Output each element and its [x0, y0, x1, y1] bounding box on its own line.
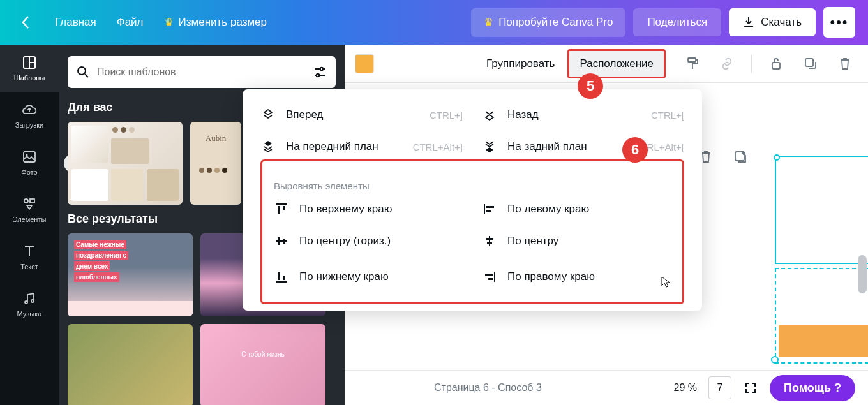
- help-button[interactable]: Помощь ?: [770, 375, 855, 401]
- trash-icon[interactable]: [832, 51, 858, 77]
- menu-to-back[interactable]: На задний план CTRL+Alt+[: [482, 136, 684, 157]
- scrollbar[interactable]: [858, 255, 867, 293]
- svg-rect-6: [30, 199, 34, 203]
- menu-back[interactable]: Назад CTRL+[: [482, 105, 684, 125]
- share-button[interactable]: Поделиться: [633, 8, 721, 36]
- shapes-icon: [22, 196, 37, 212]
- svg-point-9: [78, 67, 86, 75]
- svg-line-10: [85, 74, 88, 77]
- resize-label: Изменить размер: [179, 16, 267, 29]
- svg-rect-3: [24, 152, 35, 162]
- position-menu: Вперед CTRL+] Назад CTRL+[ На передний п…: [243, 89, 702, 311]
- svg-rect-26: [278, 237, 280, 245]
- forward-icon: [260, 107, 276, 122]
- menu-forward[interactable]: Вперед CTRL+]: [260, 105, 463, 125]
- sidebar-item-photos[interactable]: Фото: [0, 139, 59, 186]
- paint-roller-icon[interactable]: [680, 51, 705, 77]
- menu-align-left[interactable]: По левому краю: [482, 199, 671, 219]
- svg-rect-32: [278, 272, 280, 280]
- template-card[interactable]: [68, 324, 193, 405]
- page-number-button[interactable]: 7: [708, 376, 731, 399]
- menu-align-right[interactable]: По правому краю: [482, 263, 671, 291]
- svg-rect-17: [805, 59, 813, 66]
- sidebar-item-elements[interactable]: Элементы: [0, 186, 59, 233]
- to-front-icon: [260, 139, 276, 154]
- more-button[interactable]: •••: [823, 7, 855, 38]
- menu-align-center[interactable]: По центру: [482, 231, 671, 251]
- zoom-level[interactable]: 29 %: [674, 382, 697, 394]
- expand-icon: [745, 382, 756, 394]
- align-right-icon: [482, 269, 497, 284]
- sidebar-item-templates[interactable]: Шаблоны: [0, 45, 59, 92]
- home-link[interactable]: Главная: [45, 16, 107, 29]
- menu-align-center-h[interactable]: По центру (гориз.): [274, 231, 463, 251]
- svg-rect-27: [283, 239, 285, 244]
- sidebar-item-music[interactable]: Музыка: [0, 281, 59, 328]
- file-menu[interactable]: Файл: [107, 16, 154, 29]
- svg-point-14: [317, 74, 319, 77]
- search-icon: [77, 66, 89, 78]
- align-top-icon: [274, 202, 289, 217]
- svg-rect-29: [486, 238, 493, 240]
- duplicate-icon[interactable]: [798, 51, 823, 77]
- back-button[interactable]: [13, 10, 38, 35]
- crown-icon: ♛: [164, 16, 174, 29]
- page-add-icon[interactable]: [728, 144, 753, 170]
- selection-handle[interactable]: [774, 154, 780, 161]
- fullscreen-button[interactable]: [739, 376, 762, 399]
- svg-rect-35: [485, 274, 493, 276]
- align-left-icon: [482, 202, 497, 217]
- resize-button[interactable]: ♛ Изменить размер: [154, 16, 278, 29]
- page-label: Страница 6 - Способ 3: [434, 382, 666, 394]
- photo-icon: [22, 149, 37, 165]
- filter-icon[interactable]: [313, 65, 327, 79]
- position-button[interactable]: Расположение: [567, 49, 666, 78]
- svg-rect-33: [283, 276, 285, 280]
- svg-rect-20: [278, 206, 280, 214]
- group-button[interactable]: Группировать: [483, 57, 558, 70]
- template-card[interactable]: [68, 122, 183, 205]
- svg-rect-30: [487, 242, 492, 244]
- cursor-icon: [661, 276, 671, 288]
- svg-point-4: [26, 154, 28, 156]
- sidebar-item-label: Музыка: [17, 310, 42, 318]
- cloud-upload-icon: [22, 102, 37, 117]
- svg-point-5: [24, 199, 28, 203]
- chevron-left-icon: [21, 15, 30, 29]
- badge-5: 5: [578, 73, 603, 99]
- selection-handle[interactable]: [771, 356, 779, 364]
- templates-icon: [22, 55, 37, 70]
- template-card[interactable]: Aubin: [190, 122, 241, 205]
- template-card[interactable]: С тобой жизнь: [200, 324, 326, 405]
- svg-point-12: [320, 68, 323, 70]
- align-section-title: Выровнять элементы: [274, 180, 671, 191]
- dots-icon: •••: [830, 14, 848, 31]
- search-bar[interactable]: [68, 56, 336, 88]
- sidebar-item-text[interactable]: Текст: [0, 233, 59, 281]
- svg-rect-16: [772, 63, 780, 69]
- template-card[interactable]: Самые нежные поздравления с днем всех вл…: [68, 233, 193, 316]
- align-center-icon: [482, 233, 497, 249]
- try-pro-button[interactable]: ♛ Попробуйте Canva Pro: [471, 8, 625, 37]
- lock-icon[interactable]: [763, 51, 789, 77]
- menu-align-bottom[interactable]: По нижнему краю: [274, 263, 463, 291]
- svg-rect-23: [486, 206, 494, 208]
- crown-icon: ♛: [484, 16, 493, 29]
- color-swatch[interactable]: [355, 54, 374, 73]
- download-button[interactable]: Скачать: [729, 8, 816, 36]
- menu-to-front[interactable]: На передний план CTRL+Alt+]: [260, 136, 463, 157]
- to-back-icon: [482, 139, 497, 154]
- link-icon[interactable]: [714, 51, 740, 77]
- svg-point-7: [25, 301, 27, 304]
- sidebar-item-label: Текст: [20, 263, 38, 270]
- sidebar-item-label: Шаблоны: [14, 74, 45, 82]
- sidebar-item-label: Загрузки: [15, 121, 43, 129]
- download-icon: [743, 17, 754, 28]
- search-input[interactable]: [97, 66, 313, 78]
- svg-rect-24: [486, 210, 491, 212]
- back-icon: [482, 107, 497, 122]
- svg-rect-36: [488, 278, 493, 280]
- menu-align-top[interactable]: По верхнему краю: [274, 199, 463, 219]
- canvas-rect[interactable]: [779, 325, 868, 357]
- sidebar-item-uploads[interactable]: Загрузки: [0, 92, 59, 139]
